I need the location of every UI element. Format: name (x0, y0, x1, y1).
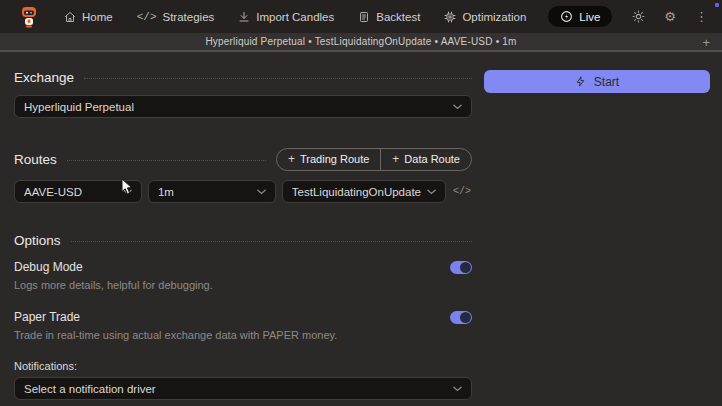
route-strategy-value: TestLiquidatingOnUpdate (292, 186, 421, 198)
notifications-label: Notifications: (14, 360, 472, 372)
theme-sun-icon[interactable] (632, 10, 645, 23)
form-column: Exchange Hyperliquid Perpetual Routes + … (14, 70, 472, 406)
nav-optimization[interactable]: Optimization (442, 7, 528, 27)
dotted-divider (71, 241, 472, 242)
topbar-actions: ⚙ ⋮ (632, 10, 708, 23)
code-icon: </> (137, 11, 157, 23)
chevron-down-icon (123, 189, 132, 195)
dotted-divider (67, 160, 266, 161)
notification-dot (715, 3, 719, 7)
paper-trade-label: Paper Trade (14, 310, 80, 324)
routes-section-heading: Routes + Trading Route + Data Route (14, 148, 472, 171)
download-icon (238, 11, 250, 23)
routes-heading: Routes (14, 152, 57, 167)
exchange-select-value: Hyperliquid Perpetual (24, 101, 447, 113)
debug-mode-row: Debug Mode (14, 260, 472, 274)
main-nav: Home </> Strategies Import Candles Backt… (62, 6, 612, 27)
nav-live[interactable]: Live (548, 6, 612, 27)
home-icon (64, 11, 76, 23)
add-trading-route-button[interactable]: + Trading Route (277, 149, 380, 170)
nav-backtest-label: Backtest (376, 11, 420, 23)
exchange-section-heading: Exchange (14, 70, 472, 85)
route-strategy-select[interactable]: TestLiquidatingOnUpdate (282, 180, 446, 203)
exchange-heading: Exchange (14, 70, 74, 85)
chevron-down-icon (453, 386, 462, 392)
kebab-menu-icon[interactable]: ⋮ (695, 10, 708, 23)
session-tab-bar: Hyperliquid Perpetual • TestLiquidatingO… (0, 33, 722, 52)
chevron-down-icon (257, 189, 266, 195)
toggle-knob (460, 262, 471, 273)
debug-mode-label: Debug Mode (14, 260, 83, 274)
debug-mode-caption: Logs more details, helpful for debugging… (14, 279, 472, 291)
trading-route-row: AAVE-USD 1m TestLiquidatingOnUpdate (14, 180, 472, 203)
action-column: Start (484, 70, 710, 406)
add-trading-route-label: Trading Route (300, 153, 369, 165)
chip-icon (444, 11, 456, 23)
nav-backtest[interactable]: Backtest (356, 7, 422, 27)
chevron-down-icon (453, 104, 462, 110)
nav-home[interactable]: Home (62, 7, 115, 27)
nav-import-candles[interactable]: Import Candles (236, 7, 336, 27)
dotted-divider (84, 78, 472, 79)
settings-gear-icon[interactable]: ⚙ (664, 10, 676, 23)
view-strategy-code-icon[interactable]: </> (452, 186, 472, 197)
jesse-logo[interactable] (14, 4, 44, 30)
top-navigation-bar: Home </> Strategies Import Candles Backt… (0, 0, 722, 33)
options-section-heading: Options (14, 233, 472, 248)
nav-strategies-label: Strategies (163, 11, 215, 23)
route-buttons: + Trading Route + Data Route (276, 148, 472, 171)
nav-optimization-label: Optimization (462, 11, 526, 23)
document-icon (358, 11, 370, 23)
paper-trade-row: Paper Trade (14, 310, 472, 324)
toggle-knob (460, 312, 471, 323)
plus-icon: + (392, 152, 399, 166)
session-tab[interactable]: Hyperliquid Perpetual • TestLiquidatingO… (205, 36, 516, 47)
options-heading: Options (14, 233, 61, 248)
paper-trade-caption: Trade in real-time using actual exchange… (14, 329, 472, 341)
start-button[interactable]: Start (484, 70, 710, 93)
bolt-circle-icon (560, 10, 573, 23)
route-symbol-value: AAVE-USD (24, 186, 117, 198)
start-button-label: Start (594, 75, 619, 89)
add-data-route-button[interactable]: + Data Route (380, 149, 471, 170)
add-session-button[interactable]: + (702, 33, 710, 52)
paper-trade-toggle[interactable] (450, 311, 472, 324)
route-symbol-select[interactable]: AAVE-USD (14, 180, 142, 203)
robot-logo-icon (17, 5, 41, 29)
exchange-select[interactable]: Hyperliquid Perpetual (14, 95, 472, 118)
notification-driver-value: Select a notification driver (24, 383, 447, 395)
plus-icon: + (288, 152, 295, 166)
bolt-icon (575, 76, 586, 87)
nav-home-label: Home (82, 11, 113, 23)
route-timeframe-select[interactable]: 1m (148, 180, 276, 203)
nav-import-candles-label: Import Candles (256, 11, 334, 23)
chevron-down-icon (427, 189, 436, 195)
nav-strategies[interactable]: </> Strategies (135, 7, 217, 27)
app-window: Home </> Strategies Import Candles Backt… (0, 0, 722, 406)
live-page: Exchange Hyperliquid Perpetual Routes + … (0, 52, 722, 406)
add-data-route-label: Data Route (404, 153, 460, 165)
notification-driver-select[interactable]: Select a notification driver (14, 377, 472, 400)
route-timeframe-value: 1m (158, 186, 251, 198)
nav-live-label: Live (579, 11, 600, 23)
debug-mode-toggle[interactable] (450, 261, 472, 274)
